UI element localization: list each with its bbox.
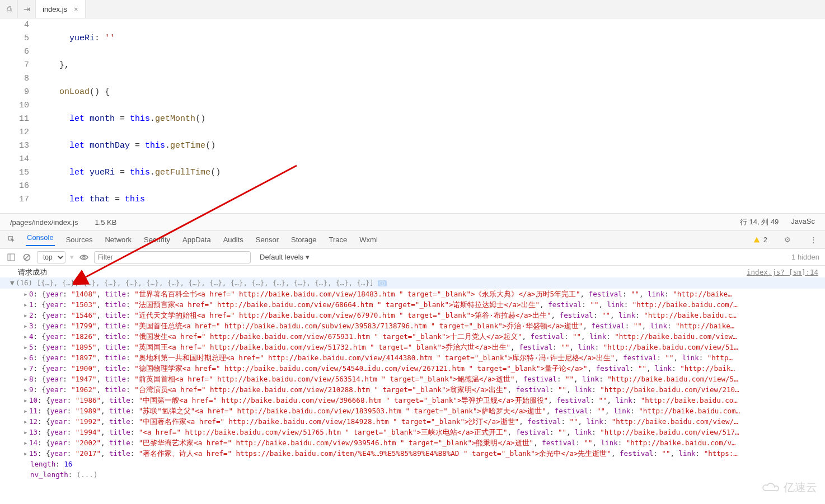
tab-storage[interactable]: Storage (290, 235, 318, 244)
console-array-item[interactable]: ▸9: {year: "1962", title: "台湾演员<a href="… (0, 384, 825, 395)
console-toolbar: top ▾ Default levels ▾ 1 hidden (0, 249, 825, 266)
console-array-item[interactable]: ▸11: {year: "1989", title: "苏联"氢弹之父"<a h… (0, 406, 825, 416)
console-array-header[interactable]: ▼(16) [{…}, {…}, {…}, {…}, {…}, {…}, {…}… (0, 277, 825, 289)
console-log-line: index.js? [sm]:14 请求成功 (0, 267, 825, 277)
element-picker-icon[interactable] (7, 235, 16, 244)
file-size: 1.5 KB (95, 218, 116, 227)
tab-sources[interactable]: Sources (65, 235, 94, 244)
tab-trace[interactable]: Trace (328, 235, 349, 244)
tab-wxml[interactable]: Wxml (358, 235, 379, 244)
context-select[interactable]: top (37, 251, 65, 263)
close-icon[interactable]: × (74, 5, 78, 13)
console-length: length: 16 (0, 459, 825, 469)
console-array-item[interactable]: ▸7: {year: "1900", title: "德国物理学家<a href… (0, 363, 825, 374)
console-array-item[interactable]: ▸10: {year: "1986", title: "中国第一艘<a href… (0, 395, 825, 406)
warning-count[interactable]: 2 (753, 235, 768, 244)
hidden-count: 1 hidden (791, 253, 819, 261)
tab-forward-icon[interactable]: ⇥ (18, 0, 36, 18)
cursor-position: 行 14, 列 49 (740, 217, 779, 227)
file-tab-indexjs[interactable]: index.js × (36, 0, 86, 18)
file-tab-title: index.js (43, 5, 67, 13)
panel-hide-icon[interactable]: ⎙ (0, 0, 18, 18)
code-editor[interactable]: 45678910 11121314151617 yueRi: '' }, onL… (0, 18, 825, 213)
tab-appdata[interactable]: AppData (181, 235, 212, 244)
tab-console[interactable]: Console (26, 233, 55, 246)
console-array-item[interactable]: ▸14: {year: "2002", title: "巴黎华裔艺术家<a hr… (0, 437, 825, 448)
file-tab-bar: ⎙ ⇥ index.js × (0, 0, 825, 18)
console-array-item[interactable]: ▸0: {year: "1408", title: "世界著名百科全书<a hr… (0, 289, 825, 299)
console-array-item[interactable]: ▸13: {year: "1994", title: "<a href=" ht… (0, 427, 825, 437)
file-path: /pages/index/index.js (10, 218, 78, 227)
line-gutter: 45678910 11121314151617 (0, 18, 39, 213)
toggle-sidebar-icon[interactable] (6, 252, 17, 263)
svg-rect-1 (8, 254, 15, 261)
tab-sensor[interactable]: Sensor (255, 235, 280, 244)
levels-select[interactable]: Default levels ▾ (260, 253, 310, 261)
devtools-tab-bar: Console Sources Network Security AppData… (0, 231, 825, 249)
console-array-item[interactable]: ▸5: {year: "1895", title: "英国国王<a href="… (0, 342, 825, 352)
tab-network[interactable]: Network (104, 235, 133, 244)
filter-input[interactable] (94, 251, 251, 263)
console-array-item[interactable]: ▸2: {year: "1546", title: "近代天文学的始祖<a hr… (0, 310, 825, 321)
watermark: 亿速云 (761, 480, 817, 495)
console-output[interactable]: index.js? [sm]:14 请求成功 ▼(16) [{…}, {…}, … (0, 266, 825, 504)
console-source-link[interactable]: index.js? [sm]:14 (747, 267, 818, 277)
console-array-item[interactable]: ▸15: {year: "2017", title: "著名作家、诗人<a hr… (0, 448, 825, 459)
svg-point-3 (83, 256, 85, 258)
more-icon[interactable]: ⋮ (809, 235, 818, 244)
console-array-item[interactable]: ▸8: {year: "1947", title: "前英国首相<a href=… (0, 374, 825, 384)
clear-console-icon[interactable] (21, 252, 32, 263)
console-array-item[interactable]: ▸3: {year: "1799", title: "美国首任总统<a href… (0, 321, 825, 331)
code-content[interactable]: yueRi: '' }, onLoad() { let month = this… (39, 18, 825, 213)
console-array-item[interactable]: ▸6: {year: "1897", title: "奥地利第一共和国时期总理<… (0, 352, 825, 363)
console-nvlength: nv_length: (...) (0, 469, 825, 480)
console-array-item[interactable]: ▸12: {year: "1992", title: "中国著名作家<a hre… (0, 416, 825, 427)
tab-security[interactable]: Security (143, 235, 171, 244)
live-expression-icon[interactable] (78, 252, 90, 263)
editor-status-bar: /pages/index/index.js 1.5 KB 行 14, 列 49 … (0, 213, 825, 231)
console-array-item[interactable]: ▸4: {year: "1826", title: "俄国发生<a href="… (0, 331, 825, 342)
language-mode: JavaSc (791, 217, 815, 227)
console-array-item[interactable]: ▸1: {year: "1503", title: "法国预言家<a href=… (0, 299, 825, 310)
tab-audits[interactable]: Audits (222, 235, 245, 244)
settings-icon[interactable]: ⚙ (783, 235, 792, 244)
